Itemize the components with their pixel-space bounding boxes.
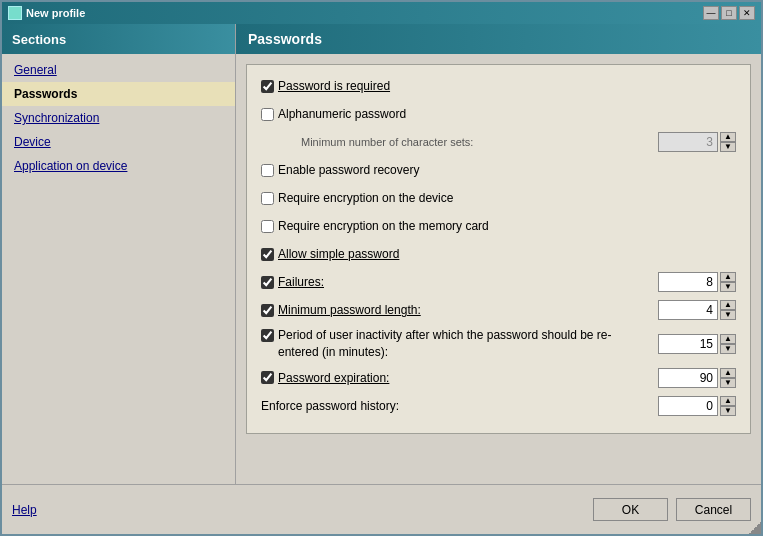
failures-down[interactable]: ▼ xyxy=(720,282,736,292)
allow-simple-row: Allow simple password xyxy=(261,243,736,265)
alphanumeric-row: Alphanumeric password xyxy=(261,103,736,125)
password-required-checkbox[interactable] xyxy=(261,80,274,93)
sidebar-item-application-on-device[interactable]: Application on device xyxy=(2,154,235,178)
min-length-down[interactable]: ▼ xyxy=(720,310,736,320)
alphanumeric-label[interactable]: Alphanumeric password xyxy=(261,107,406,121)
failures-input[interactable] xyxy=(658,272,718,292)
min-length-checkbox[interactable] xyxy=(261,304,274,317)
expiration-input[interactable] xyxy=(658,368,718,388)
password-required-label[interactable]: Password is required xyxy=(261,79,390,93)
inactivity-input[interactable] xyxy=(658,334,718,354)
require-encryption-card-checkbox[interactable] xyxy=(261,220,274,233)
resize-handle[interactable] xyxy=(749,522,761,534)
expiration-up[interactable]: ▲ xyxy=(720,368,736,378)
ok-button[interactable]: OK xyxy=(593,498,668,521)
history-spinner-btns: ▲ ▼ xyxy=(720,396,736,416)
history-row: Enforce password history: ▲ ▼ xyxy=(261,395,736,417)
min-length-input[interactable] xyxy=(658,300,718,320)
require-encryption-device-row: Require encryption on the device xyxy=(261,187,736,209)
close-button[interactable]: ✕ xyxy=(739,6,755,20)
enable-recovery-row: Enable password recovery xyxy=(261,159,736,181)
maximize-button[interactable]: □ xyxy=(721,6,737,20)
failures-spinner: ▲ ▼ xyxy=(658,272,736,292)
allow-simple-checkbox[interactable] xyxy=(261,248,274,261)
help-link[interactable]: Help xyxy=(12,503,37,517)
enable-recovery-checkbox[interactable] xyxy=(261,164,274,177)
window-icon xyxy=(8,6,22,20)
expiration-checkbox[interactable] xyxy=(261,371,274,384)
min-length-up[interactable]: ▲ xyxy=(720,300,736,310)
min-char-sets-input[interactable] xyxy=(658,132,718,152)
alphanumeric-checkbox[interactable] xyxy=(261,108,274,121)
min-char-sets-down[interactable]: ▼ xyxy=(720,142,736,152)
failures-spinner-btns: ▲ ▼ xyxy=(720,272,736,292)
sidebar-item-device[interactable]: Device xyxy=(2,130,235,154)
main-panel: Passwords Password is required xyxy=(236,24,761,484)
require-encryption-card-label[interactable]: Require encryption on the memory card xyxy=(261,219,489,233)
failures-label[interactable]: Failures: xyxy=(261,275,324,289)
footer-buttons: OK Cancel xyxy=(593,498,751,521)
require-encryption-device-label[interactable]: Require encryption on the device xyxy=(261,191,453,205)
min-length-spinner-btns: ▲ ▼ xyxy=(720,300,736,320)
cancel-button[interactable]: Cancel xyxy=(676,498,751,521)
minimize-button[interactable]: — xyxy=(703,6,719,20)
min-length-row: Minimum password length: ▲ ▼ xyxy=(261,299,736,321)
inactivity-checkbox[interactable] xyxy=(261,329,274,342)
history-label: Enforce password history: xyxy=(261,399,399,413)
min-char-sets-row: Minimum number of character sets: ▲ ▼ xyxy=(261,131,736,153)
inactivity-inner: Period of user inactivity after which th… xyxy=(261,327,650,361)
min-char-sets-spinner: ▲ ▼ xyxy=(658,132,736,152)
form-area: Password is required Alphanumeric passwo… xyxy=(236,54,761,484)
sidebar-header: Sections xyxy=(2,24,235,54)
min-char-sets-label: Minimum number of character sets: xyxy=(281,136,658,148)
min-char-sets-up[interactable]: ▲ xyxy=(720,132,736,142)
expiration-down[interactable]: ▼ xyxy=(720,378,736,388)
allow-simple-label[interactable]: Allow simple password xyxy=(261,247,399,261)
sidebar-item-passwords[interactable]: Passwords xyxy=(2,82,235,106)
inactivity-up[interactable]: ▲ xyxy=(720,334,736,344)
expiration-label[interactable]: Password expiration: xyxy=(261,371,389,385)
require-encryption-card-row: Require encryption on the memory card xyxy=(261,215,736,237)
min-length-spinner: ▲ ▼ xyxy=(658,300,736,320)
expiration-spinner: ▲ ▼ xyxy=(658,368,736,388)
sidebar-items: General Passwords Synchronization Device… xyxy=(2,54,235,182)
form-box: Password is required Alphanumeric passwo… xyxy=(246,64,751,434)
history-input[interactable] xyxy=(658,396,718,416)
sidebar-item-general[interactable]: General xyxy=(2,58,235,82)
min-length-label[interactable]: Minimum password length: xyxy=(261,303,421,317)
content-area: Sections General Passwords Synchronizati… xyxy=(2,24,761,484)
failures-up[interactable]: ▲ xyxy=(720,272,736,282)
expiration-row: Password expiration: ▲ ▼ xyxy=(261,367,736,389)
titlebar: New profile — □ ✕ xyxy=(2,2,761,24)
failures-checkbox[interactable] xyxy=(261,276,274,289)
inactivity-spinner: ▲ ▼ xyxy=(658,334,736,354)
history-spinner: ▲ ▼ xyxy=(658,396,736,416)
inactivity-row: Period of user inactivity after which th… xyxy=(261,327,736,361)
failures-row: Failures: ▲ ▼ xyxy=(261,271,736,293)
footer: Help OK Cancel xyxy=(2,484,761,534)
main-header: Passwords xyxy=(236,24,761,54)
require-encryption-device-checkbox[interactable] xyxy=(261,192,274,205)
history-up[interactable]: ▲ xyxy=(720,396,736,406)
inactivity-label: Period of user inactivity after which th… xyxy=(278,327,650,361)
window-controls: — □ ✕ xyxy=(703,6,755,20)
inactivity-down[interactable]: ▼ xyxy=(720,344,736,354)
sidebar-item-synchronization[interactable]: Synchronization xyxy=(2,106,235,130)
sidebar: Sections General Passwords Synchronizati… xyxy=(2,24,236,484)
history-down[interactable]: ▼ xyxy=(720,406,736,416)
window-title: New profile xyxy=(26,7,85,19)
expiration-spinner-btns: ▲ ▼ xyxy=(720,368,736,388)
password-required-row: Password is required xyxy=(261,75,736,97)
min-char-sets-spinner-btns: ▲ ▼ xyxy=(720,132,736,152)
inactivity-spinner-btns: ▲ ▼ xyxy=(720,334,736,354)
enable-recovery-label[interactable]: Enable password recovery xyxy=(261,163,419,177)
